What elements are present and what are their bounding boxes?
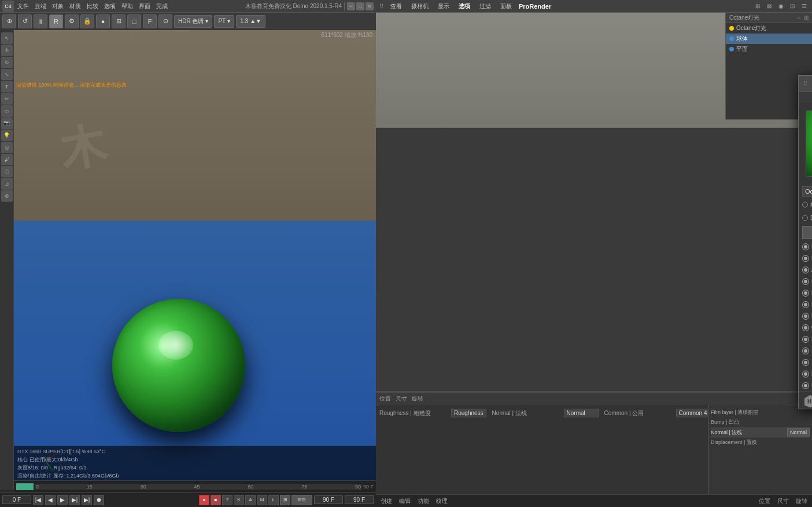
vp-btn-target[interactable]: ⊙ xyxy=(158,14,172,28)
menu-cloud[interactable]: 云端 xyxy=(32,2,49,11)
mat-prop-opacity[interactable]: Opacity | 透明度 ✔ xyxy=(799,322,812,334)
ls-light[interactable]: 💡 xyxy=(1,129,13,141)
app-maximize[interactable]: □ xyxy=(356,2,364,10)
mat-prop-transmission[interactable]: Transmission | 透射 ✔ xyxy=(799,357,812,368)
ls-deform[interactable]: ⊿ xyxy=(1,178,13,190)
hier-octane-light[interactable]: Octane灯光 xyxy=(726,23,812,34)
ls-cam[interactable]: 📷 xyxy=(1,117,13,129)
mat-type-radio[interactable] xyxy=(802,202,808,208)
vp-btn-1[interactable]: ⊕ xyxy=(2,14,16,28)
key-btn[interactable]: K xyxy=(234,495,244,505)
status-create[interactable]: 创建 xyxy=(381,497,392,505)
right-icon-5[interactable]: ☰ xyxy=(799,2,809,11)
viewport-scale-info: 611*602 缩放:%130 xyxy=(320,30,374,40)
status-function[interactable]: 功能 xyxy=(418,497,429,505)
menu-help[interactable]: 帮助 xyxy=(119,2,135,11)
mat-prop-anisotropy[interactable]: Anisotropy | 各向异性 ✔ xyxy=(799,264,812,276)
menu-options[interactable]: 选项 xyxy=(102,2,118,11)
hier-sphere[interactable]: 球体 xyxy=(726,34,812,44)
ls-move[interactable]: ✛ xyxy=(1,45,13,56)
viewport-3d[interactable]: 木 611*602 缩放:%130 渲染进度 100% 时间信息... 渲染完成… xyxy=(14,30,376,507)
mat-prop-roughness[interactable]: Roughness | 粗糙度 ✔ xyxy=(799,241,812,253)
timeline-track[interactable]: 0 15 30 45 60 75 90 xyxy=(35,484,362,490)
vp-btn-3[interactable]: ⏸ xyxy=(34,14,47,28)
menu-interface[interactable]: 界面 xyxy=(136,2,153,11)
mat-prop-dispersion[interactable]: Dispersion | 色散 ✔ xyxy=(799,334,812,345)
tl-next-key[interactable]: ▶| xyxy=(82,495,92,505)
tl-next-frame[interactable]: ▶| xyxy=(69,495,80,505)
right-menu-search[interactable]: 查看 xyxy=(388,2,404,11)
status-edit[interactable]: 编辑 xyxy=(399,497,411,505)
ls-rect[interactable]: ▭ xyxy=(1,105,13,117)
motion-btn[interactable]: M xyxy=(257,495,267,505)
grid-btn[interactable]: ⊞ xyxy=(280,495,290,505)
right-menu-panel[interactable]: 面板 xyxy=(498,2,514,11)
mat-prop-index[interactable]: Index | 折射率 ✔ xyxy=(799,345,812,357)
vp-btn-sphere[interactable]: ● xyxy=(96,14,110,28)
vp-btn-gear[interactable]: ⚙ xyxy=(65,14,79,28)
right-icon-1[interactable]: ⊞ xyxy=(753,2,762,11)
right-menu-camera[interactable]: 摄相机 xyxy=(409,2,431,11)
app-close[interactable]: ✕ xyxy=(366,2,374,10)
ls-scale[interactable]: ⤡ xyxy=(1,69,13,80)
value-dropdown[interactable]: 1.3 ▲▼ xyxy=(236,15,265,28)
mat-prop-bump[interactable]: Bump | 凹凸 ✔ xyxy=(799,287,812,299)
right-icon-2[interactable]: ⊠ xyxy=(765,2,774,11)
menu-object[interactable]: 对象 xyxy=(50,2,66,11)
menu-finish[interactable]: 完成 xyxy=(154,2,170,11)
mat-prop-normal[interactable]: Normal | 法线 ✔ xyxy=(799,299,812,310)
tl-record[interactable]: ⏺ xyxy=(94,495,104,505)
mat-prop-displacement[interactable]: Displacement | 置换 ✔ xyxy=(799,310,812,322)
mat-prop-reflection[interactable]: Reflection | 反射 ✔ xyxy=(799,253,812,264)
mat-prop-film[interactable]: Film layer | 薄膜图层. ✔ xyxy=(799,276,812,287)
ls-mesh[interactable]: ⬡ xyxy=(1,166,13,177)
right-menu-filter[interactable]: 过滤 xyxy=(477,2,493,11)
tl-current[interactable]: 90 F xyxy=(345,495,374,504)
status-texture[interactable]: 纹理 xyxy=(436,497,448,505)
auto-btn[interactable]: A xyxy=(245,495,256,505)
hier-plane[interactable]: 平面 xyxy=(726,44,812,54)
help-btn[interactable]: ? xyxy=(222,495,232,505)
vp-btn-plus[interactable]: ⊞ xyxy=(112,14,126,28)
pt-dropdown[interactable]: PT ▾ xyxy=(214,15,234,28)
ls-pen[interactable]: ✏ xyxy=(1,93,13,105)
mat-brdf-radio[interactable] xyxy=(802,215,808,221)
vp-btn-square[interactable]: □ xyxy=(127,14,141,28)
hdr-dropdown[interactable]: HDR 色调 ▾ xyxy=(174,15,212,28)
tab-size[interactable]: 尺寸 xyxy=(396,395,407,403)
tab-position[interactable]: 位置 xyxy=(379,395,391,403)
ls-field[interactable]: ⊛ xyxy=(1,190,13,202)
node-editor-btn[interactable]: Node Editor | 节点编辑器 xyxy=(802,226,812,239)
tl-play[interactable]: ▶ xyxy=(57,495,68,505)
ls-rotate[interactable]: ↻ xyxy=(1,57,13,68)
mat-prop-mat-layer[interactable]: Material layer | 材质图层 xyxy=(799,380,812,391)
prop-radio-roughness xyxy=(802,243,809,250)
layer-btn[interactable]: L xyxy=(268,495,279,505)
mat-name-input[interactable] xyxy=(802,186,812,197)
tab-rotation[interactable]: 旋转 xyxy=(412,395,423,403)
ls-mat[interactable]: ◎ xyxy=(1,142,13,153)
right-menu-display[interactable]: 显示 xyxy=(435,2,452,11)
vp-btn-2[interactable]: ↺ xyxy=(18,14,32,28)
rec-btn[interactable]: ● xyxy=(199,495,209,505)
ls-paint[interactable]: 🖌 xyxy=(1,154,13,165)
tl-end-input[interactable]: 90 F xyxy=(314,495,343,504)
right-menu-select[interactable]: 选项 xyxy=(456,2,473,11)
app-minimize[interactable]: ─ xyxy=(347,2,355,10)
menu-compare[interactable]: 比较 xyxy=(84,2,101,11)
vp-btn-r[interactable]: R xyxy=(49,14,63,28)
vp-btn-lock[interactable]: 🔒 xyxy=(80,14,94,28)
right-icon-4[interactable]: ⊡ xyxy=(788,2,797,11)
ls-arrow[interactable]: ↖ xyxy=(1,32,13,44)
vp-btn-f[interactable]: F xyxy=(143,14,157,28)
tl-prev-key[interactable]: |◀ xyxy=(33,495,43,505)
menu-file[interactable]: 文件 xyxy=(15,2,31,11)
stop-btn[interactable]: ■ xyxy=(211,495,221,505)
right-icon-3[interactable]: ◉ xyxy=(776,2,785,11)
menu-material[interactable]: 材质 xyxy=(67,2,83,11)
mat-prop-medium[interactable]: Medium | 介质 ✔ xyxy=(799,368,812,380)
grid-btn2[interactable]: ⊞⊟ xyxy=(291,495,312,505)
ls-t1[interactable]: T xyxy=(1,81,13,92)
tl-prev-frame[interactable]: ◀ xyxy=(45,495,56,505)
tl-start-input[interactable]: 0 F xyxy=(2,495,31,504)
